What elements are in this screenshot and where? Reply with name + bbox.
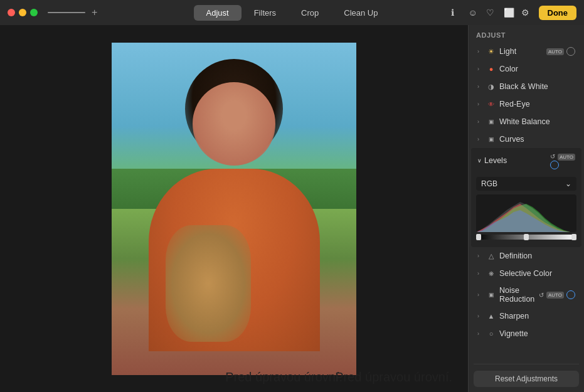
bw-icon: ◑ — [486, 82, 496, 92]
close-button[interactable] — [8, 9, 15, 16]
adjust-item-noisereduction[interactable]: › ▣ Noise Reduction ↺ AUTO — [471, 282, 581, 307]
sharpen-label: Sharpen — [499, 312, 575, 320]
tab-filters[interactable]: Filters — [242, 5, 289, 21]
rgb-selector[interactable]: RGB ⌄ — [476, 177, 576, 191]
light-toggle[interactable] — [566, 47, 575, 56]
adjust-item-whitebalance[interactable]: › ▣ White Balance — [471, 113, 581, 130]
adjust-item-vignette[interactable]: › ○ Vignette — [471, 325, 581, 342]
chevron-bw: › — [477, 83, 484, 90]
chevron-color: › — [477, 66, 484, 72]
titlebar: + Adjust Filters Crop Clean Up ℹ ☺ ♡ ⬜ ⚙… — [0, 0, 584, 25]
share-icon[interactable]: ⬜ — [504, 8, 514, 18]
adjust-item-curves[interactable]: › ▣ Curves — [471, 130, 581, 148]
levels-content: RGB ⌄ — [471, 173, 581, 247]
zoom-plus-icon: + — [92, 7, 97, 18]
color-label: Color — [499, 65, 575, 73]
levels-actions: ↺ AUTO — [550, 152, 575, 169]
nav-tabs: Adjust Filters Crop Clean Up — [194, 5, 391, 21]
chevron-wb: › — [477, 119, 484, 125]
caption-text: Pred úpravou úrovní. — [225, 370, 342, 384]
levels-white-point[interactable] — [571, 234, 576, 240]
color-icon: ● — [486, 64, 496, 74]
levels-toggle[interactable] — [550, 161, 559, 169]
noise-icon: ▣ — [486, 290, 496, 300]
chevron-noise: › — [477, 292, 484, 298]
heart-icon[interactable]: ♡ — [486, 8, 496, 18]
main-content: Pred úpravou úrovní. ADJUST › ☀ Light AU… — [0, 25, 584, 392]
photo-image — [112, 43, 356, 375]
rgb-dropdown-icon: ⌄ — [565, 179, 571, 188]
chevron-redeye: › — [477, 101, 484, 107]
light-actions: AUTO — [546, 47, 575, 56]
maximize-button[interactable] — [30, 9, 38, 16]
noise-auto-badge: AUTO — [546, 292, 564, 299]
zoom-slider[interactable]: + — [48, 7, 97, 18]
levels-section: ∨ Levels ↺ AUTO RGB ⌄ — [471, 148, 581, 247]
chevron-selective: › — [477, 270, 484, 277]
slider-track — [48, 12, 85, 13]
redeye-label: Red-Eye — [499, 100, 575, 109]
adjust-item-bw[interactable]: › ◑ Black & White — [471, 78, 581, 95]
light-icon: ☀ — [486, 46, 496, 56]
chevron-light: › — [477, 48, 484, 55]
adjust-item-selectivecolor[interactable]: › ❋ Selective Color — [471, 265, 581, 282]
levels-label: Levels — [484, 156, 550, 165]
wb-label: White Balance — [499, 117, 575, 126]
chevron-definition: › — [477, 253, 484, 259]
bw-label: Black & White — [499, 82, 575, 91]
panel-header: ADJUST — [469, 25, 584, 43]
done-button[interactable]: Done — [539, 6, 577, 20]
histogram — [476, 194, 576, 232]
adjust-panel: ADJUST › ☀ Light AUTO › ● Color › ◑ Blac… — [468, 25, 584, 392]
adjust-item-light[interactable]: › ☀ Light AUTO — [471, 43, 581, 60]
curves-icon: ▣ — [486, 134, 496, 144]
tab-cleanup[interactable]: Clean Up — [331, 5, 390, 21]
noise-undo-icon[interactable]: ↺ — [539, 292, 544, 299]
photo-container — [112, 43, 356, 375]
chevron-levels: ∨ — [477, 157, 482, 164]
curves-label: Curves — [499, 135, 575, 144]
levels-header[interactable]: ∨ Levels ↺ AUTO — [471, 148, 581, 173]
traffic-lights — [8, 9, 38, 16]
minimize-button[interactable] — [19, 9, 26, 16]
levels-black-point[interactable] — [476, 234, 481, 240]
tab-crop[interactable]: Crop — [289, 5, 331, 21]
vignette-icon: ○ — [486, 329, 496, 339]
adjust-item-color[interactable]: › ● Color — [471, 60, 581, 78]
light-label: Light — [499, 47, 546, 56]
photo-area: Pred úpravou úrovní. — [0, 25, 468, 392]
levels-slider-track[interactable] — [476, 235, 576, 240]
definition-icon: △ — [486, 251, 496, 261]
adjust-item-redeye[interactable]: › 👁 Red-Eye — [471, 95, 581, 113]
panel-divider — [474, 364, 579, 364]
levels-undo-icon[interactable]: ↺ — [550, 153, 555, 160]
chevron-curves: › — [477, 136, 484, 142]
noise-toggle[interactable] — [566, 290, 575, 299]
emoji-icon[interactable]: ☺ — [469, 8, 479, 18]
titlebar-right: ℹ ☺ ♡ ⬜ ⚙ Done — [451, 6, 577, 20]
adjust-item-sharpen[interactable]: › ▲ Sharpen — [471, 307, 581, 325]
levels-midpoint[interactable] — [524, 234, 529, 240]
levels-auto-badge: AUTO — [558, 154, 575, 161]
noise-label: Noise Reduction — [499, 286, 539, 304]
vignette-label: Vignette — [499, 329, 575, 338]
info-icon[interactable]: ℹ — [451, 8, 461, 18]
chevron-sharpen: › — [477, 313, 484, 319]
sharpen-icon: ▲ — [486, 311, 496, 321]
tab-adjust[interactable]: Adjust — [194, 5, 242, 21]
wb-icon: ▣ — [486, 117, 496, 127]
adjust-item-definition[interactable]: › △ Definition — [471, 247, 581, 265]
definition-label: Definition — [499, 252, 575, 260]
chevron-vignette: › — [477, 331, 484, 337]
redeye-icon: 👁 — [486, 99, 496, 109]
settings-icon[interactable]: ⚙ — [521, 8, 531, 18]
selective-label: Selective Color — [499, 269, 575, 278]
light-auto-badge: AUTO — [546, 48, 564, 55]
noise-actions: ↺ AUTO — [539, 290, 575, 299]
rgb-label: RGB — [481, 179, 497, 188]
histogram-svg — [476, 194, 576, 232]
selective-icon: ❋ — [486, 268, 496, 278]
reset-adjustments-button[interactable]: Reset Adjustments — [474, 371, 579, 387]
